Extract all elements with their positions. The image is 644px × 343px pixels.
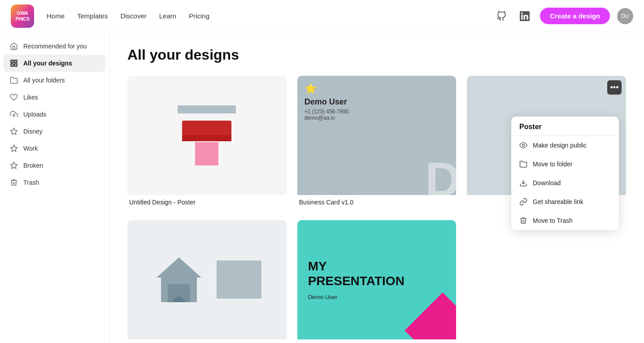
sidebar-item-uploads[interactable]: Uploads	[4, 106, 105, 123]
nav-home[interactable]: Home	[47, 12, 65, 20]
biz-card-phone: +1 (123) 456-7890	[305, 109, 349, 115]
sidebar-item-broken[interactable]: Broken	[4, 157, 105, 174]
heart-icon	[10, 93, 18, 101]
trash-icon	[10, 178, 18, 187]
svg-rect-3	[11, 64, 13, 66]
page-title: All your designs	[127, 47, 626, 63]
folder-icon	[519, 160, 527, 168]
svg-rect-0	[11, 60, 13, 62]
sidebar-item-label: All your folders	[23, 77, 65, 84]
topnav: GWAPHICS Home Templates Discover Learn P…	[0, 0, 644, 32]
eye-icon	[519, 141, 527, 149]
nav-discover[interactable]: Discover	[120, 12, 146, 20]
house-svg-icon	[152, 253, 206, 307]
sidebar-item-label: Disney	[23, 128, 43, 135]
biz-card-name: Demo User	[305, 97, 349, 107]
sidebar-item-likes[interactable]: Likes	[4, 89, 105, 106]
star-icon	[10, 144, 18, 152]
sidebar-item-all-designs[interactable]: All your designs	[4, 55, 105, 72]
svg-rect-2	[15, 64, 17, 66]
svg-point-10	[522, 144, 525, 147]
app-body: Recommended for you All your designs All…	[0, 32, 644, 343]
sidebar-item-recommended[interactable]: Recommended for you	[4, 38, 105, 55]
house-rect	[217, 261, 261, 299]
svg-marker-5	[11, 128, 17, 135]
grid-icon	[10, 59, 18, 67]
sidebar-item-folders[interactable]: All your folders	[4, 72, 105, 89]
nav-right: Create a design DU	[493, 8, 633, 24]
context-menu-item-move-trash[interactable]: Move to Trash	[511, 211, 619, 230]
linkedin-icon[interactable]	[517, 8, 533, 24]
card-thumbnail-teal: MY PRESENTATION Demo User	[297, 220, 457, 339]
nav-links: Home Templates Discover Learn Pricing	[47, 12, 493, 20]
card-title-bizcard: Business Card v1.0	[297, 199, 457, 209]
create-design-button[interactable]: Create a design	[540, 8, 610, 24]
sidebar-item-label: All your designs	[23, 60, 72, 67]
sidebar-item-trash[interactable]: Trash	[4, 174, 105, 191]
upload-icon	[10, 110, 18, 118]
nav-learn[interactable]: Learn	[159, 12, 176, 20]
design-card-poster[interactable]: Untitled Design - Poster	[127, 76, 287, 209]
context-menu-item-download[interactable]: Download	[511, 174, 619, 192]
star-icon	[10, 127, 18, 135]
github-icon[interactable]	[493, 8, 509, 24]
svg-marker-7	[11, 162, 17, 169]
three-dot-button[interactable]: •••	[607, 80, 622, 95]
nav-templates[interactable]: Templates	[77, 12, 108, 20]
context-menu: Poster Make design public Move to folder…	[511, 117, 619, 230]
home-icon	[10, 42, 18, 50]
sidebar-item-work[interactable]: Work	[4, 140, 105, 157]
design-card-house-pres[interactable]: Untitled Design - Presentation	[127, 220, 287, 343]
sidebar-item-label: Likes	[23, 94, 38, 101]
main-content: All your designs Untitled Design - Poste…	[109, 32, 644, 343]
context-menu-item-shareable-link[interactable]: Get shareable link	[511, 192, 619, 211]
teal-diamond	[405, 292, 456, 339]
teal-pres-title: MY PRESENTATION	[308, 259, 405, 288]
biz-star-icon: ⭐	[305, 83, 349, 95]
sidebar-item-label: Uploads	[23, 111, 46, 118]
card-thumbnail-house	[127, 220, 287, 339]
svg-rect-1	[15, 60, 17, 62]
download-icon	[519, 179, 527, 187]
link-icon	[519, 198, 527, 206]
biz-card-email: demo@aa.io	[305, 115, 349, 121]
sidebar-item-label: Work	[23, 145, 38, 152]
sidebar-item-label: Broken	[23, 162, 43, 169]
card-title-poster: Untitled Design - Poster	[127, 199, 287, 209]
trash-icon	[519, 217, 527, 225]
nav-pricing[interactable]: Pricing	[189, 12, 209, 20]
teal-pres-user: Demo User	[308, 294, 338, 300]
context-menu-title: Poster	[511, 117, 619, 136]
design-card-teal-pres[interactable]: MY PRESENTATION Demo User 0506 - Present…	[297, 220, 457, 343]
avatar[interactable]: DU	[617, 8, 633, 24]
context-menu-item-make-public[interactable]: Make design public	[511, 136, 619, 155]
sidebar: Recommended for you All your designs All…	[0, 32, 109, 343]
star-icon	[10, 161, 18, 169]
svg-marker-6	[11, 145, 17, 152]
context-menu-item-move-folder[interactable]: Move to folder	[511, 155, 619, 174]
sidebar-item-label: Recommended for you	[23, 43, 87, 50]
design-card-bizcard[interactable]: ⭐ Demo User +1 (123) 456-7890 demo@aa.io…	[297, 76, 457, 209]
card-thumbnail-bizcard: ⭐ Demo User +1 (123) 456-7890 demo@aa.io…	[297, 76, 457, 195]
sidebar-item-disney[interactable]: Disney	[4, 123, 105, 140]
biz-card-letter: D	[425, 155, 456, 195]
logo[interactable]: GWAPHICS	[11, 4, 34, 28]
card-thumbnail-poster	[127, 76, 287, 195]
folder-icon	[10, 76, 18, 84]
sidebar-item-label: Trash	[23, 179, 39, 186]
